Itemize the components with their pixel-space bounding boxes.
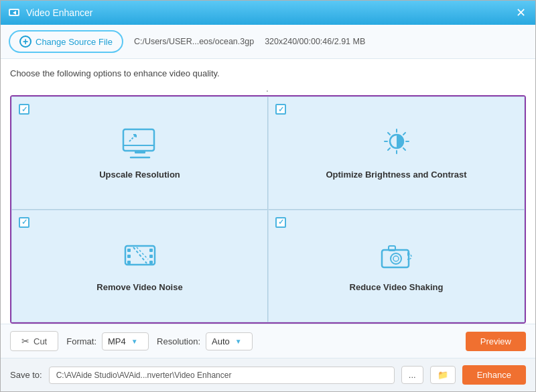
format-value: MP4: [108, 336, 126, 346]
plus-icon: +: [19, 36, 31, 48]
svg-line-7: [129, 135, 136, 141]
noise-label: Remove Video Noise: [96, 282, 182, 292]
enhance-button[interactable]: Enhance: [462, 365, 526, 385]
content-area: Choose the following options to enhance …: [1, 59, 535, 324]
cut-button[interactable]: ✂ Cut: [10, 331, 58, 351]
preview-button[interactable]: Preview: [466, 332, 526, 351]
bottom-bar: ✂ Cut Format: MP4 ▼ Resolution: Auto ▼ P…: [1, 324, 535, 358]
open-folder-button[interactable]: 📁: [430, 366, 456, 384]
shaking-label: Reduce Video Shaking: [350, 282, 444, 292]
resolution-row: Resolution: Auto ▼: [157, 332, 253, 350]
film-icon: [120, 239, 160, 275]
cut-label: Cut: [34, 336, 47, 346]
app-icon: [7, 6, 21, 19]
save-path-input[interactable]: [49, 367, 395, 384]
resolution-value: Auto: [212, 336, 230, 346]
svg-point-30: [393, 256, 399, 261]
svg-line-27: [137, 247, 148, 259]
brightness-label: Optimize Brightness and Contrast: [326, 170, 466, 180]
svg-line-17: [403, 133, 405, 135]
close-button[interactable]: ✕: [513, 5, 529, 21]
svg-line-26: [133, 247, 147, 263]
format-dropdown[interactable]: MP4 ▼: [102, 332, 149, 350]
checkbox-brightness[interactable]: [275, 104, 286, 115]
format-row: Format: MP4 ▼: [66, 332, 149, 350]
format-label: Format:: [66, 336, 96, 346]
noise-checkbox[interactable]: [19, 217, 29, 228]
svg-point-29: [391, 253, 401, 264]
svg-rect-3: [123, 129, 154, 151]
shaking-checkbox[interactable]: [275, 217, 286, 228]
monitor-icon: [120, 127, 160, 163]
brightness-icon: [377, 127, 417, 163]
main-window: Video Enhancer ✕ + Change Source File C:…: [0, 0, 536, 392]
svg-rect-25: [149, 261, 153, 264]
brightness-checkbox[interactable]: [275, 104, 286, 115]
resolution-arrow-icon: ▼: [235, 338, 242, 345]
window-title: Video Enhancer: [26, 7, 513, 18]
browse-button[interactable]: ...: [401, 366, 423, 384]
resolution-label: Resolution:: [157, 336, 200, 346]
options-grid: Upscale Resolution: [10, 95, 526, 324]
camera-icon: [377, 239, 417, 275]
option-upscale[interactable]: Upscale Resolution: [11, 96, 268, 210]
checkbox-upscale[interactable]: [19, 104, 29, 115]
title-bar: Video Enhancer ✕: [1, 1, 535, 25]
scissors-icon: ✂: [21, 336, 29, 346]
svg-rect-22: [127, 261, 131, 264]
upscale-checkbox[interactable]: [19, 104, 29, 115]
svg-rect-5: [135, 151, 145, 153]
svg-line-18: [388, 148, 390, 150]
change-source-label: Change Source File: [36, 37, 113, 47]
file-path: C:/Users/USER...eos/ocean.3gp: [134, 37, 254, 46]
checkbox-noise[interactable]: [19, 217, 29, 228]
save-to-label: Save to:: [10, 370, 42, 380]
file-info: C:/Users/USER...eos/ocean.3gp 320x240/00…: [134, 37, 365, 46]
dots-indicator: •: [10, 86, 526, 95]
file-meta: 320x240/00:00:46/2.91 MB: [265, 37, 365, 46]
svg-rect-21: [127, 255, 131, 258]
svg-rect-24: [149, 255, 153, 258]
svg-rect-28: [382, 250, 409, 267]
format-arrow-icon: ▼: [131, 338, 138, 345]
change-source-button[interactable]: + Change Source File: [9, 30, 123, 53]
svg-rect-20: [127, 249, 131, 252]
svg-rect-23: [149, 249, 153, 252]
resolution-dropdown[interactable]: Auto ▼: [206, 332, 253, 350]
save-bar: Save to: ... 📁 Enhance: [1, 358, 535, 391]
option-brightness[interactable]: Optimize Brightness and Contrast: [268, 96, 525, 210]
option-noise[interactable]: Remove Video Noise: [11, 210, 268, 323]
svg-line-15: [388, 133, 390, 135]
upscale-label: Upscale Resolution: [99, 170, 180, 180]
instruction-text: Choose the following options to enhance …: [10, 68, 526, 78]
toolbar: + Change Source File C:/Users/USER...eos…: [1, 25, 535, 59]
option-shaking[interactable]: Reduce Video Shaking: [268, 210, 525, 323]
folder-icon: 📁: [438, 370, 448, 380]
checkbox-shaking[interactable]: [275, 217, 286, 228]
svg-line-16: [403, 148, 405, 150]
